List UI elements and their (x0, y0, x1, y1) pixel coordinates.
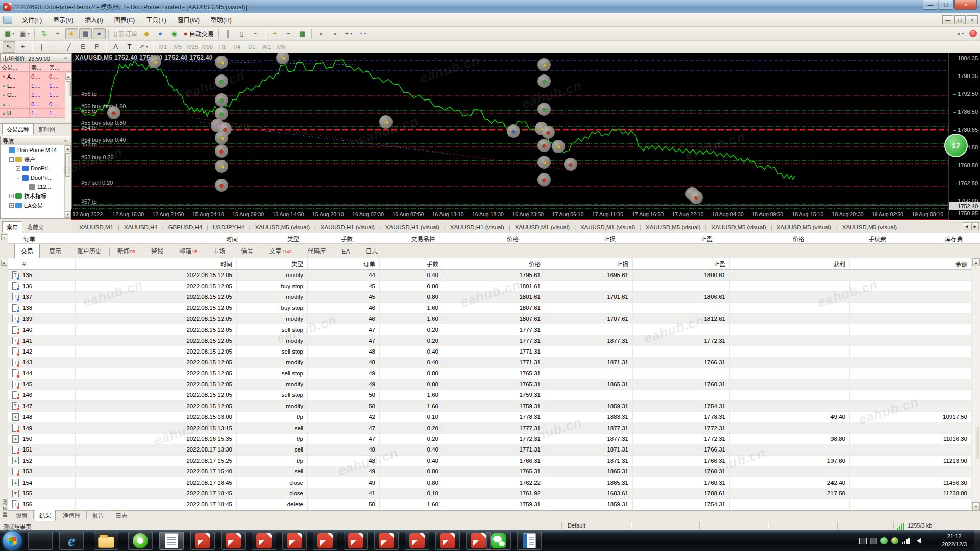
terminal-tab-7[interactable]: 信号 (234, 244, 260, 258)
table-row[interactable]: 1532022.08.17 15:40sell490.801765.311865… (8, 466, 972, 477)
tester-tab-2[interactable]: 净值图 (58, 510, 85, 521)
chart-tab-7[interactable]: XAUUSD,H1 (visual) (446, 222, 509, 232)
terminal-tab-5[interactable]: 邮箱16 (173, 244, 204, 258)
market-watch-tab-0[interactable]: 交易品种 (2, 123, 34, 135)
chart-tab-5[interactable]: XAUUSD,H1 (visual) (316, 222, 379, 232)
table-row[interactable]: T1562022.08.17 18:45delete501.601759.311… (8, 499, 972, 510)
taskbar-clock[interactable]: 21:12 2022/12/3 (942, 532, 967, 548)
market-watch-scrollbar[interactable]: ▲ (65, 73, 71, 122)
profiles-button[interactable]: ▣▾ (17, 28, 31, 39)
search-button[interactable]: ●▾ (954, 28, 967, 39)
tester-tab-4[interactable]: 日志 (111, 510, 132, 521)
table-row[interactable]: T1432022.08.15 12:05modify480.401771.311… (8, 357, 972, 368)
taskbar-app-wechat[interactable] (486, 532, 511, 550)
chart-tab-12[interactable]: XAUUSD,M5 (visual) (772, 222, 836, 232)
market-watch-row[interactable]: ▲E...1....1.... (0, 81, 71, 90)
tray-antivirus-icon[interactable] (880, 537, 888, 544)
autotrading-button[interactable]: ●自动交易 (182, 28, 216, 39)
table-row[interactable]: 1462022.08.15 12:05sell stop501.601759.3… (8, 390, 972, 400)
table-row[interactable]: 1422022.08.15 12:05sell stop480.401771.3… (8, 346, 972, 357)
market-watch-row[interactable]: ▼A...0....0.... (0, 72, 71, 81)
tester-scrollbar[interactable]: ▲ ▼ (972, 258, 980, 510)
label-button[interactable]: T (123, 41, 136, 53)
navigator-item-1[interactable]: -账户 (1, 155, 71, 164)
chart-tab-0[interactable]: XAUUSD,M1 (75, 222, 118, 232)
experts-button[interactable]: ● (154, 28, 167, 39)
notification-badge[interactable]: 1 (969, 30, 977, 37)
taskbar-app-notes[interactable] (159, 532, 184, 550)
tray-input-icon[interactable] (859, 538, 867, 544)
tree-expander-icon[interactable]: + (9, 194, 14, 198)
table-row[interactable]: 1382022.08.15 12:05buy stop461.601807.61 (8, 303, 972, 313)
menu-item-1[interactable]: 显示(V) (47, 14, 79, 26)
periods-button[interactable]: ◔▾ (356, 28, 369, 39)
zoom-out-button[interactable]: − (282, 28, 295, 39)
tester-button[interactable]: ● (93, 28, 106, 39)
close-button[interactable]: × (954, 0, 977, 10)
crosshair-button[interactable]: + (16, 41, 29, 53)
navigator-item-2[interactable]: +DooPri... (1, 164, 71, 173)
tester-tab-0[interactable]: 设置 (11, 510, 32, 521)
new-chart-button[interactable]: ▦▾ (3, 28, 16, 39)
tray-app-icon[interactable] (870, 538, 877, 544)
table-row[interactable]: 1442022.08.15 12:05sell stop490.801765.3… (8, 368, 972, 379)
table-row[interactable]: T1452022.08.15 12:05modify490.801765.311… (8, 379, 972, 390)
table-row[interactable]: ▲1502022.08.16 15:35t/p470.201772.311877… (8, 434, 972, 444)
shift-right-button[interactable]: » (329, 28, 341, 39)
line-chart-button[interactable]: ~ (250, 28, 262, 39)
table-row[interactable]: T1412022.08.15 12:05modify470.201777.311… (8, 335, 972, 346)
chart-tab-6[interactable]: XAUUSD,H1 (visual) (381, 222, 444, 232)
timeframe-m5-button[interactable]: M5 (171, 42, 185, 52)
taskbar-app-ie[interactable]: e (59, 532, 84, 550)
table-row[interactable]: 1512022.08.17 13:30sell480.401771.311871… (8, 444, 972, 455)
table-row[interactable]: 1492022.08.15 13:15sell470.201777.311877… (8, 422, 972, 433)
table-row[interactable]: 1362022.08.15 12:05buy stop450.801801.61 (8, 281, 972, 291)
menu-item-0[interactable]: 文件(F) (16, 14, 47, 26)
terminal-tab-8[interactable]: 文章1142 (262, 244, 298, 258)
tree-expander-icon[interactable]: - (9, 157, 14, 162)
chart-tab-8[interactable]: XAUUSD,M1 (visual) (510, 222, 574, 232)
taskbar-app-foxit[interactable] (435, 532, 460, 550)
table-row[interactable]: ▲1482022.08.15 13:00t/p420.101778.311883… (8, 412, 972, 422)
table-row[interactable]: T1472022.08.15 12:05modify501.601759.311… (8, 401, 972, 412)
market-watch-tab-1[interactable]: 即时图 (34, 123, 60, 135)
mdi-minimize-button[interactable]: — (942, 15, 953, 24)
timeframe-d1-button[interactable]: D1 (245, 42, 259, 52)
timeframe-m30-button[interactable]: M30 (201, 42, 214, 52)
chart-tab-9[interactable]: XAUUSD,M1 (visual) (576, 222, 640, 232)
taskbar-app-foxit[interactable] (190, 532, 215, 550)
terminal-tab-9[interactable]: 代码库 (301, 244, 333, 258)
tree-expander-icon[interactable]: + (16, 166, 20, 171)
time-axis[interactable]: 12 Aug 202212 Aug 16:3012 Aug 21:5015 Au… (71, 209, 948, 220)
timeframe-m1-button[interactable]: M1 (156, 42, 170, 52)
taskbar-app-foxit[interactable] (344, 532, 368, 550)
table-row[interactable]: ▲1522022.08.17 15:25t/p480.401766.311871… (8, 456, 972, 466)
mdi-close-button[interactable]: × (967, 15, 978, 24)
chart-area[interactable]: XAUUSD,M5 1752.40 1752.40 1752.40 1752.4… (71, 53, 948, 209)
chart-tab-2[interactable]: GBPUSD,H4 (164, 222, 207, 232)
taskbar-app-foxit[interactable] (313, 532, 337, 550)
menu-item-2[interactable]: 插入(I) (79, 14, 108, 26)
arrows-button[interactable]: ↗▾ (137, 41, 150, 53)
vline-button[interactable]: | (35, 41, 48, 53)
signals-button[interactable]: ◉ (168, 28, 181, 39)
terminal-tab-2[interactable]: 账户历史 (70, 244, 108, 258)
timeframe-mn-button[interactable]: MN (275, 42, 288, 52)
navigator-item-4[interactable]: 112... (1, 182, 71, 191)
navigator-scrollbar[interactable]: ▲ ▼ (64, 145, 71, 218)
navigator-item-6[interactable]: +EA交易 (1, 201, 71, 210)
terminal-tab-4[interactable]: 警报 (144, 244, 170, 258)
chart-tab-3[interactable]: USDJPY,H4 (208, 222, 249, 232)
new-order-button[interactable]: ▯新订单 (112, 28, 139, 39)
bar-chart-button[interactable]: ║ (222, 28, 235, 39)
timeframe-w1-button[interactable]: W1 (260, 42, 274, 52)
tray-security-icon[interactable] (891, 537, 898, 544)
table-row[interactable]: ▲1542022.08.17 18:45close490.801762.2218… (8, 477, 972, 488)
tester-tab-3[interactable]: 报告 (88, 510, 109, 521)
terminal-close-icon[interactable]: × (1, 234, 7, 240)
hline-button[interactable]: — (49, 41, 62, 53)
terminal-tab-3[interactable]: 新闻99 (111, 244, 142, 258)
network-icon[interactable] (902, 538, 910, 544)
text-button[interactable]: A (109, 41, 122, 53)
market-watch-row[interactable]: ▲G...1....1.... (0, 90, 71, 99)
